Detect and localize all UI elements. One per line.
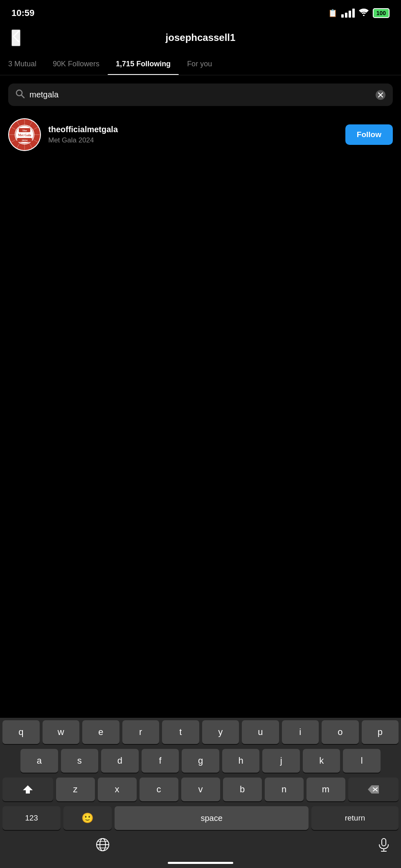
key-b[interactable]: b: [223, 778, 262, 801]
tab-for-you[interactable]: For you: [179, 53, 220, 75]
globe-icon[interactable]: [10, 837, 196, 852]
svg-text:The: The: [22, 129, 27, 132]
avatar: The Met Gala 2024: [8, 118, 41, 151]
follow-button[interactable]: Follow: [345, 124, 393, 145]
key-numbers[interactable]: 123: [2, 806, 61, 830]
tabs: 3 Mutual 90K Followers 1,715 Following F…: [0, 53, 401, 75]
keyboard-row-2: a s d f g h j k l: [0, 746, 401, 775]
status-bar: 10:59 📋 100: [0, 0, 401, 25]
key-o[interactable]: o: [322, 720, 359, 744]
key-v[interactable]: v: [181, 778, 220, 801]
keyboard: q w e r t y u i o p a s d f g h j k l z …: [0, 718, 401, 868]
search-clear-button[interactable]: [376, 90, 385, 100]
key-x[interactable]: x: [98, 778, 137, 801]
status-icons: 📋 100: [328, 8, 390, 18]
wifi-icon: [359, 9, 369, 18]
key-f[interactable]: f: [142, 749, 179, 773]
key-q[interactable]: q: [2, 720, 40, 744]
key-m[interactable]: m: [306, 778, 345, 801]
keyboard-bottom-bar: [0, 832, 401, 862]
search-container: [0, 75, 401, 113]
keyboard-row-4: 123 🙂 space return: [0, 804, 401, 832]
key-j[interactable]: j: [262, 749, 300, 773]
key-k[interactable]: k: [303, 749, 340, 773]
key-d[interactable]: d: [101, 749, 139, 773]
content-area: [0, 157, 401, 394]
svg-line-2: [22, 95, 25, 98]
microphone-icon[interactable]: [205, 837, 391, 852]
key-emoji[interactable]: 🙂: [63, 806, 112, 830]
key-g[interactable]: g: [182, 749, 219, 773]
tab-following[interactable]: 1,715 Following: [108, 53, 179, 75]
search-input[interactable]: [29, 90, 371, 99]
header: josephcassell1: [0, 25, 401, 53]
key-l[interactable]: l: [343, 749, 381, 773]
keyboard-row-1: q w e r t y u i o p: [0, 718, 401, 746]
tab-mutual[interactable]: 3 Mutual: [0, 53, 45, 75]
key-w[interactable]: w: [43, 720, 80, 744]
key-t[interactable]: t: [162, 720, 199, 744]
keyboard-row-3: z x c v b n m: [0, 775, 401, 804]
key-i[interactable]: i: [282, 720, 319, 744]
key-z[interactable]: z: [56, 778, 95, 801]
signal-bars: [341, 9, 355, 18]
key-space[interactable]: space: [115, 806, 309, 830]
result-username: theofficialmetgala: [48, 125, 338, 134]
result-item[interactable]: The Met Gala 2024 theofficialmetgala Met…: [0, 113, 401, 157]
key-u[interactable]: u: [242, 720, 279, 744]
svg-rect-33: [382, 839, 386, 846]
search-bar: [8, 83, 393, 106]
header-title: josephcassell1: [166, 32, 236, 43]
key-return[interactable]: return: [311, 806, 399, 830]
status-time: 10:59: [11, 8, 34, 18]
tab-followers[interactable]: 90K Followers: [45, 53, 108, 75]
back-button[interactable]: [11, 29, 20, 46]
key-r[interactable]: r: [122, 720, 160, 744]
key-backspace[interactable]: [348, 778, 399, 801]
key-shift[interactable]: [2, 778, 53, 801]
key-h[interactable]: h: [222, 749, 260, 773]
key-c[interactable]: c: [140, 778, 178, 801]
home-indicator: [168, 862, 233, 864]
search-icon: [16, 89, 25, 100]
key-p[interactable]: p: [362, 720, 399, 744]
key-s[interactable]: s: [61, 749, 99, 773]
svg-point-0: [363, 15, 365, 16]
svg-text:Met Gala: Met Gala: [18, 133, 31, 137]
battery-indicator: 100: [373, 8, 390, 18]
svg-text:2024: 2024: [22, 139, 28, 142]
key-y[interactable]: y: [202, 720, 239, 744]
key-e[interactable]: e: [82, 720, 119, 744]
key-n[interactable]: n: [265, 778, 304, 801]
result-info: theofficialmetgala Met Gala 2024: [48, 125, 338, 144]
result-display-name: Met Gala 2024: [48, 136, 338, 144]
sim-icon: 📋: [328, 9, 337, 18]
key-a[interactable]: a: [20, 749, 58, 773]
